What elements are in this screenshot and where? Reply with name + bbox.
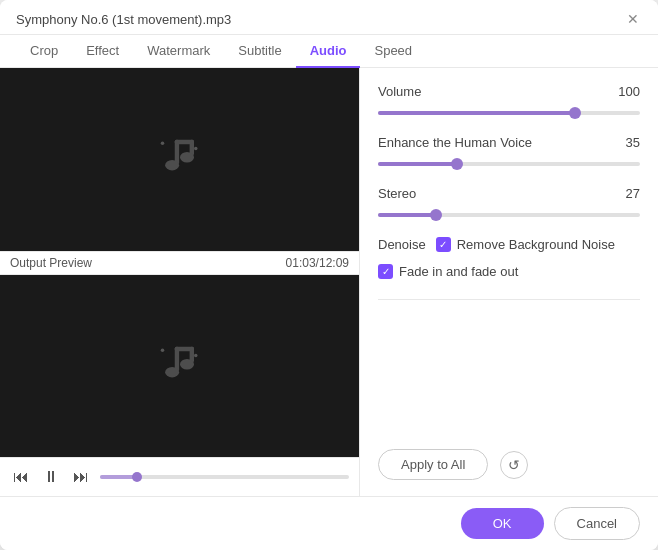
- enhance-track: [378, 162, 640, 166]
- svg-point-5: [165, 160, 179, 171]
- bottom-bar: OK Cancel: [0, 496, 658, 550]
- divider: [378, 299, 640, 300]
- volume-setting: Volume 100: [378, 84, 640, 123]
- progress-thumb[interactable]: [132, 472, 142, 482]
- original-preview: [0, 68, 359, 251]
- ok-button[interactable]: OK: [461, 508, 544, 539]
- enhance-label: Enhance the Human Voice: [378, 135, 532, 150]
- stereo-label: Stereo: [378, 186, 416, 201]
- reset-button[interactable]: ↺: [500, 451, 528, 479]
- prev-button[interactable]: ⏮: [10, 466, 32, 488]
- denoise-row: Denoise ✓ Remove Background Noise: [378, 237, 640, 252]
- next-button[interactable]: ⏭: [70, 466, 92, 488]
- svg-point-12: [165, 367, 179, 378]
- apply-to-all-button[interactable]: Apply to All: [378, 449, 488, 480]
- svg-point-1: [194, 147, 198, 151]
- svg-point-0: [160, 142, 164, 146]
- tab-effect[interactable]: Effect: [72, 35, 133, 68]
- left-panel: Output Preview 01:03/12:09: [0, 68, 360, 496]
- enhance-setting: Enhance the Human Voice 35: [378, 135, 640, 174]
- tab-bar: Crop Effect Watermark Subtitle Audio Spe…: [0, 35, 658, 68]
- main-window: Symphony No.6 (1st movement).mp3 ✕ Crop …: [0, 0, 658, 550]
- output-label-bar: Output Preview 01:03/12:09: [0, 251, 359, 275]
- apply-row: Apply to All ↺: [378, 449, 640, 480]
- title-bar: Symphony No.6 (1st movement).mp3 ✕: [0, 0, 658, 35]
- tab-audio[interactable]: Audio: [296, 35, 361, 68]
- close-button[interactable]: ✕: [624, 10, 642, 28]
- stereo-thumb[interactable]: [430, 209, 442, 221]
- svg-point-7: [160, 348, 164, 352]
- tab-subtitle[interactable]: Subtitle: [224, 35, 295, 68]
- tab-crop[interactable]: Crop: [16, 35, 72, 68]
- music-icon-bottom: [145, 331, 215, 401]
- svg-point-13: [180, 359, 194, 370]
- remove-noise-label: Remove Background Noise: [457, 237, 615, 252]
- play-pause-button[interactable]: ⏸: [40, 466, 62, 488]
- stereo-setting: Stereo 27: [378, 186, 640, 225]
- fade-label: Fade in and fade out: [399, 264, 518, 279]
- volume-label: Volume: [378, 84, 421, 99]
- volume-thumb[interactable]: [569, 107, 581, 119]
- svg-point-6: [180, 152, 194, 163]
- fade-row: ✓ Fade in and fade out: [378, 264, 640, 279]
- volume-value: 100: [618, 84, 640, 99]
- tab-watermark[interactable]: Watermark: [133, 35, 224, 68]
- music-icon-top: [145, 124, 215, 194]
- window-title: Symphony No.6 (1st movement).mp3: [16, 12, 231, 27]
- right-panel: Volume 100 Enhance the Human Voice 35: [360, 68, 658, 496]
- timestamp-label: 01:03/12:09: [286, 256, 349, 270]
- output-preview-label: Output Preview: [10, 256, 92, 270]
- stereo-value: 27: [626, 186, 640, 201]
- denoise-label: Denoise: [378, 237, 426, 252]
- stereo-slider-container: [378, 205, 640, 225]
- enhance-thumb[interactable]: [451, 158, 463, 170]
- progress-track[interactable]: [100, 475, 349, 479]
- volume-track: [378, 111, 640, 115]
- tab-speed[interactable]: Speed: [360, 35, 426, 68]
- volume-slider-container: [378, 103, 640, 123]
- fade-checkbox-label[interactable]: ✓ Fade in and fade out: [378, 264, 518, 279]
- fade-checkbox[interactable]: ✓: [378, 264, 393, 279]
- playback-controls: ⏮ ⏸ ⏭: [0, 457, 359, 496]
- volume-fill: [378, 111, 575, 115]
- enhance-fill: [378, 162, 457, 166]
- enhance-slider-container: [378, 154, 640, 174]
- stereo-track: [378, 213, 640, 217]
- remove-noise-checkbox[interactable]: ✓: [436, 237, 451, 252]
- cancel-button[interactable]: Cancel: [554, 507, 640, 540]
- svg-point-8: [194, 354, 198, 358]
- stereo-fill: [378, 213, 436, 217]
- main-content: Output Preview 01:03/12:09: [0, 68, 658, 496]
- enhance-value: 35: [626, 135, 640, 150]
- remove-noise-checkbox-label[interactable]: ✓ Remove Background Noise: [436, 237, 615, 252]
- output-preview: [0, 275, 359, 458]
